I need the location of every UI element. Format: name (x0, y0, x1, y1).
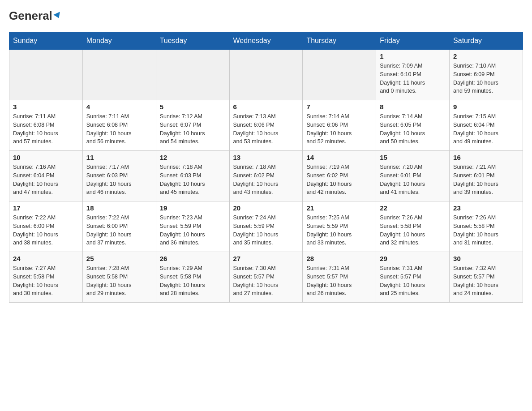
day-number: 14 (306, 154, 372, 161)
day-number: 12 (160, 154, 226, 161)
weekday-header-monday: Monday (82, 32, 156, 50)
day-info: Sunrise: 7:24 AMSunset: 5:59 PMDaylight:… (233, 214, 299, 247)
day-number: 29 (380, 255, 446, 262)
weekday-header-thursday: Thursday (303, 32, 376, 50)
day-number: 11 (86, 154, 152, 161)
day-number: 17 (13, 204, 79, 212)
calendar-cell: 28Sunrise: 7:31 AMSunset: 5:57 PMDayligh… (303, 252, 376, 303)
day-info: Sunrise: 7:16 AMSunset: 6:04 PMDaylight:… (13, 163, 79, 197)
calendar-cell: 3Sunrise: 7:11 AMSunset: 6:08 PMDaylight… (9, 100, 83, 151)
weekday-header-row: SundayMondayTuesdayWednesdayThursdayFrid… (9, 32, 523, 50)
day-number: 16 (453, 154, 519, 161)
calendar-cell: 9Sunrise: 7:15 AMSunset: 6:04 PMDaylight… (450, 100, 523, 151)
calendar-cell: 21Sunrise: 7:25 AMSunset: 5:59 PMDayligh… (303, 201, 376, 252)
calendar-cell: 6Sunrise: 7:13 AMSunset: 6:06 PMDaylight… (229, 100, 303, 151)
calendar-cell: 20Sunrise: 7:24 AMSunset: 5:59 PMDayligh… (229, 201, 303, 252)
day-info: Sunrise: 7:19 AMSunset: 6:02 PMDaylight:… (306, 163, 372, 197)
day-info: Sunrise: 7:12 AMSunset: 6:07 PMDaylight:… (160, 112, 226, 146)
calendar-cell: 25Sunrise: 7:28 AMSunset: 5:58 PMDayligh… (82, 252, 156, 303)
day-info: Sunrise: 7:32 AMSunset: 5:57 PMDaylight:… (453, 264, 519, 298)
calendar-cell: 12Sunrise: 7:18 AMSunset: 6:03 PMDayligh… (156, 151, 229, 201)
calendar-cell: 5Sunrise: 7:12 AMSunset: 6:07 PMDaylight… (156, 100, 229, 151)
calendar-cell: 24Sunrise: 7:27 AMSunset: 5:58 PMDayligh… (9, 252, 83, 303)
weekday-header-tuesday: Tuesday (156, 32, 229, 50)
calendar-cell: 22Sunrise: 7:26 AMSunset: 5:58 PMDayligh… (376, 201, 450, 252)
day-info: Sunrise: 7:18 AMSunset: 6:03 PMDaylight:… (160, 163, 226, 197)
calendar-week-row: 1Sunrise: 7:09 AMSunset: 6:10 PMDaylight… (9, 50, 523, 100)
calendar-cell: 30Sunrise: 7:32 AMSunset: 5:57 PMDayligh… (450, 252, 523, 303)
day-number: 20 (233, 204, 299, 212)
calendar-cell: 17Sunrise: 7:22 AMSunset: 6:00 PMDayligh… (9, 201, 83, 252)
day-info: Sunrise: 7:11 AMSunset: 6:08 PMDaylight:… (86, 112, 152, 146)
day-info: Sunrise: 7:17 AMSunset: 6:03 PMDaylight:… (86, 163, 152, 197)
day-number: 25 (86, 255, 152, 262)
day-number: 8 (380, 103, 446, 111)
day-info: Sunrise: 7:14 AMSunset: 6:06 PMDaylight:… (306, 112, 372, 146)
page-header: General (9, 9, 523, 23)
calendar-week-row: 10Sunrise: 7:16 AMSunset: 6:04 PMDayligh… (9, 151, 523, 201)
day-number: 5 (160, 103, 226, 111)
day-number: 4 (86, 103, 152, 111)
day-number: 13 (233, 154, 299, 161)
day-info: Sunrise: 7:28 AMSunset: 5:58 PMDaylight:… (86, 264, 152, 298)
calendar-cell (303, 50, 376, 100)
calendar-table: SundayMondayTuesdayWednesdayThursdayFrid… (9, 32, 523, 303)
day-info: Sunrise: 7:22 AMSunset: 6:00 PMDaylight:… (86, 214, 152, 247)
calendar-cell (9, 50, 83, 100)
day-number: 18 (86, 204, 152, 212)
day-number: 1 (380, 52, 446, 60)
day-number: 24 (13, 255, 79, 262)
day-info: Sunrise: 7:11 AMSunset: 6:08 PMDaylight:… (13, 112, 79, 146)
day-info: Sunrise: 7:22 AMSunset: 6:00 PMDaylight:… (13, 214, 79, 247)
day-info: Sunrise: 7:20 AMSunset: 6:01 PMDaylight:… (380, 163, 446, 197)
day-info: Sunrise: 7:13 AMSunset: 6:06 PMDaylight:… (233, 112, 299, 146)
calendar-cell: 23Sunrise: 7:26 AMSunset: 5:58 PMDayligh… (450, 201, 523, 252)
day-info: Sunrise: 7:15 AMSunset: 6:04 PMDaylight:… (453, 112, 519, 146)
calendar-cell: 13Sunrise: 7:18 AMSunset: 6:02 PMDayligh… (229, 151, 303, 201)
day-info: Sunrise: 7:29 AMSunset: 5:58 PMDaylight:… (160, 264, 226, 298)
day-info: Sunrise: 7:10 AMSunset: 6:09 PMDaylight:… (453, 62, 519, 95)
day-number: 27 (233, 255, 299, 262)
day-info: Sunrise: 7:30 AMSunset: 5:57 PMDaylight:… (233, 264, 299, 298)
day-info: Sunrise: 7:23 AMSunset: 5:59 PMDaylight:… (160, 214, 226, 247)
day-info: Sunrise: 7:31 AMSunset: 5:57 PMDaylight:… (380, 264, 446, 298)
calendar-cell: 26Sunrise: 7:29 AMSunset: 5:58 PMDayligh… (156, 252, 229, 303)
weekday-header-sunday: Sunday (9, 32, 83, 50)
calendar-cell: 2Sunrise: 7:10 AMSunset: 6:09 PMDaylight… (450, 50, 523, 100)
calendar-cell: 16Sunrise: 7:21 AMSunset: 6:01 PMDayligh… (450, 151, 523, 201)
day-number: 10 (13, 154, 79, 161)
calendar-cell (229, 50, 303, 100)
day-number: 2 (453, 52, 519, 60)
day-number: 30 (453, 255, 519, 262)
day-number: 6 (233, 103, 299, 111)
day-number: 9 (453, 103, 519, 111)
calendar-cell: 4Sunrise: 7:11 AMSunset: 6:08 PMDaylight… (82, 100, 156, 151)
day-info: Sunrise: 7:26 AMSunset: 5:58 PMDaylight:… (380, 214, 446, 247)
weekday-header-friday: Friday (376, 32, 450, 50)
day-number: 3 (13, 103, 79, 111)
logo: General (9, 9, 61, 23)
calendar-week-row: 17Sunrise: 7:22 AMSunset: 6:00 PMDayligh… (9, 201, 523, 252)
calendar-cell: 7Sunrise: 7:14 AMSunset: 6:06 PMDaylight… (303, 100, 376, 151)
day-number: 15 (380, 154, 446, 161)
day-number: 28 (306, 255, 372, 262)
calendar-cell: 8Sunrise: 7:14 AMSunset: 6:05 PMDaylight… (376, 100, 450, 151)
day-info: Sunrise: 7:18 AMSunset: 6:02 PMDaylight:… (233, 163, 299, 197)
weekday-header-saturday: Saturday (450, 32, 523, 50)
calendar-cell: 27Sunrise: 7:30 AMSunset: 5:57 PMDayligh… (229, 252, 303, 303)
calendar-cell: 1Sunrise: 7:09 AMSunset: 6:10 PMDaylight… (376, 50, 450, 100)
day-info: Sunrise: 7:31 AMSunset: 5:57 PMDaylight:… (306, 264, 372, 298)
calendar-cell: 11Sunrise: 7:17 AMSunset: 6:03 PMDayligh… (82, 151, 156, 201)
calendar-cell: 18Sunrise: 7:22 AMSunset: 6:00 PMDayligh… (82, 201, 156, 252)
day-number: 23 (453, 204, 519, 212)
calendar-cell: 15Sunrise: 7:20 AMSunset: 6:01 PMDayligh… (376, 151, 450, 201)
calendar-week-row: 3Sunrise: 7:11 AMSunset: 6:08 PMDaylight… (9, 100, 523, 151)
day-info: Sunrise: 7:14 AMSunset: 6:05 PMDaylight:… (380, 112, 446, 146)
calendar-week-row: 24Sunrise: 7:27 AMSunset: 5:58 PMDayligh… (9, 252, 523, 303)
day-info: Sunrise: 7:21 AMSunset: 6:01 PMDaylight:… (453, 163, 519, 197)
calendar-cell: 14Sunrise: 7:19 AMSunset: 6:02 PMDayligh… (303, 151, 376, 201)
day-number: 26 (160, 255, 226, 262)
day-info: Sunrise: 7:26 AMSunset: 5:58 PMDaylight:… (453, 214, 519, 247)
weekday-header-wednesday: Wednesday (229, 32, 303, 50)
calendar-cell: 19Sunrise: 7:23 AMSunset: 5:59 PMDayligh… (156, 201, 229, 252)
